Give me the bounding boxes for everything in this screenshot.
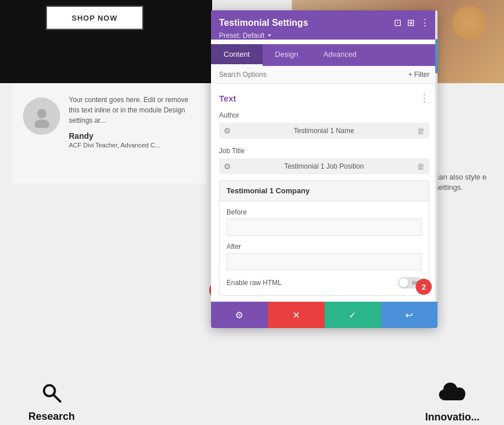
text-section-header: Text ⋮	[211, 84, 437, 109]
job-gear-icon[interactable]: ⚙	[224, 162, 231, 171]
panel-tabs: Content Design Advanced	[211, 44, 437, 66]
scroll-indicator	[435, 84, 437, 302]
enable-raw-row: Enable raw HTML NO	[226, 277, 422, 288]
company-sub-panel-header: Testimonial 1 Company	[220, 181, 429, 201]
toggle-thumb	[399, 278, 408, 287]
testimonial-author: Randy	[69, 131, 195, 141]
panel-search: + Filter	[211, 66, 437, 84]
badge-2: 2	[416, 279, 432, 295]
testimonial-block: Your content goes here. Edit or remove t…	[11, 83, 206, 184]
research-label: Research	[28, 411, 75, 423]
before-label: Before	[226, 208, 422, 216]
tab-content[interactable]: Content	[211, 44, 263, 66]
panel-header-icons: ⊡ ⊞ ⋮	[394, 17, 429, 28]
panel-body: Text ⋮ Author ⚙ Testimonial 1 Name 🗑 Job…	[211, 84, 437, 302]
job-position-value: Testimonial 1 Job Position	[236, 162, 412, 170]
job-delete-icon[interactable]: 🗑	[417, 162, 425, 171]
footer-confirm-button[interactable]: ✓	[325, 302, 381, 328]
cloud-icon	[438, 381, 467, 407]
svg-point-0	[37, 109, 46, 118]
job-title-item-row: ⚙ Testimonial 1 Job Position 🗑	[219, 158, 429, 174]
tab-design[interactable]: Design	[263, 44, 311, 66]
after-input[interactable]	[226, 253, 422, 270]
settings-panel: Testimonial Settings ⊡ ⊞ ⋮ Preset: Defau…	[211, 10, 437, 328]
author-value: Testimonial 1 Name	[236, 127, 412, 135]
job-title-label: Job Title	[211, 145, 437, 158]
author-delete-icon[interactable]: 🗑	[417, 126, 425, 135]
filter-button[interactable]: + Filter	[408, 71, 429, 79]
before-input[interactable]	[226, 219, 422, 236]
company-sub-panel: Testimonial 1 Company Before After Enabl…	[219, 180, 429, 296]
footer-history-button[interactable]: ↩ 2	[381, 302, 437, 328]
svg-line-3	[53, 394, 60, 401]
avatar	[23, 98, 60, 135]
testimonial-role: ACF Divi Teacher, Advanced C...	[69, 142, 195, 149]
section-title: Text	[219, 93, 236, 103]
panel-preset[interactable]: Preset: Default	[219, 32, 429, 40]
expand-icon[interactable]: ⊡	[394, 17, 401, 28]
research-section: Research	[0, 379, 103, 425]
innovation-label: Innovatio...	[425, 411, 479, 423]
author-gear-icon[interactable]: ⚙	[224, 126, 231, 135]
right-side-text: can also style e settings.	[435, 172, 498, 193]
panel-title: Testimonial Settings	[219, 18, 308, 28]
author-item-row: ⚙ Testimonial 1 Name 🗑	[219, 123, 429, 139]
tab-advanced[interactable]: Advanced	[311, 44, 369, 66]
testimonial-text-area: Your content goes here. Edit or remove t…	[69, 95, 195, 172]
innovation-section: Innovatio...	[401, 379, 504, 425]
more-icon[interactable]: ⋮	[420, 17, 429, 28]
enable-raw-label: Enable raw HTML	[226, 279, 282, 287]
testimonial-body: Your content goes here. Edit or remove t…	[69, 95, 195, 126]
search-icon	[41, 382, 62, 406]
company-sub-panel-body: Before After Enable raw HTML NO	[220, 201, 429, 295]
panel-header-top: Testimonial Settings ⊡ ⊞ ⋮	[219, 17, 429, 28]
footer-settings-button[interactable]: ⚙	[211, 302, 268, 328]
panel-header: Testimonial Settings ⊡ ⊞ ⋮ Preset: Defau…	[211, 10, 437, 40]
section-more-icon[interactable]: ⋮	[419, 92, 429, 104]
panel-footer: ⚙ ✕ ✓ ↩ 2	[211, 302, 437, 328]
footer-cancel-button[interactable]: ✕	[268, 302, 325, 328]
after-label: After	[226, 243, 422, 251]
search-input[interactable]	[219, 71, 322, 79]
columns-icon[interactable]: ⊞	[407, 17, 415, 28]
author-label: Author	[211, 109, 437, 123]
svg-point-1	[34, 119, 49, 128]
shop-now-button[interactable]: SHOP NOW	[46, 6, 143, 30]
